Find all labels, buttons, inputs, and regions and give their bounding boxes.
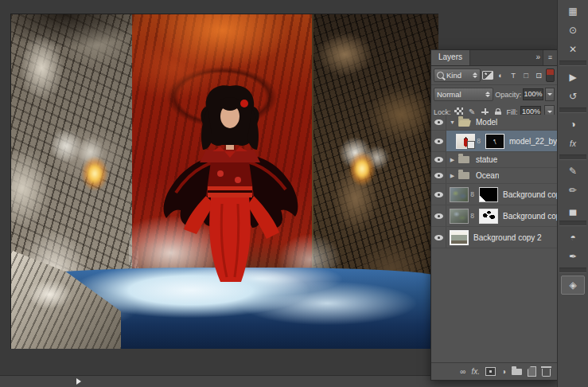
- open-folder-icon: [458, 119, 469, 126]
- mask-link-icon[interactable]: 8: [469, 190, 476, 198]
- 3d-panel-icon[interactable]: ◓: [562, 229, 584, 246]
- layer-name[interactable]: Model: [476, 118, 497, 127]
- mask-link-icon[interactable]: 8: [475, 137, 482, 145]
- layer-filtering-toggle[interactable]: [546, 68, 555, 82]
- layer-group-row-statue[interactable]: ▶ statue: [431, 152, 557, 168]
- panel-dock: ▦ ⊙ ✕ ▶ ↺ ◑ fx ✎ ✏ ▄ ◓ ✒ ◈: [557, 0, 588, 387]
- visibility-eye-icon[interactable]: [431, 205, 446, 226]
- layer-row-model-22[interactable]: 8 ↑ model_22_by...: [431, 131, 557, 152]
- tab-layers[interactable]: Layers: [431, 50, 470, 65]
- layer-mask-thumbnail[interactable]: [479, 187, 498, 202]
- layer-group-row-model[interactable]: ▼ Model: [431, 115, 557, 131]
- layers-panel-icon[interactable]: ◈: [561, 276, 585, 295]
- new-adjustment-layer-icon[interactable]: ◑: [501, 367, 506, 376]
- layer-style-fx-icon[interactable]: fx.: [471, 367, 480, 376]
- layer-mask-thumbnail[interactable]: [479, 209, 498, 224]
- filter-row: Kind ◐ T □ ⊡: [431, 66, 557, 85]
- expand-triangle-icon[interactable]: ▶: [448, 173, 457, 179]
- dock-divider: [559, 154, 586, 160]
- new-layer-icon[interactable]: [528, 366, 536, 377]
- dock-divider: [559, 108, 586, 113]
- filter-kind-dropdown[interactable]: Kind: [434, 68, 481, 82]
- filter-smart-objects-icon[interactable]: ⊡: [533, 70, 544, 81]
- visibility-eye-icon[interactable]: [431, 168, 446, 183]
- layer-row-background-copy-3[interactable]: 8 Background copy 3: [431, 184, 557, 205]
- folder-icon: [458, 156, 469, 163]
- dock-divider: [559, 268, 586, 273]
- layer-name[interactable]: model_22_by...: [509, 137, 557, 146]
- document-canvas[interactable]: [10, 14, 438, 349]
- expand-triangle-icon[interactable]: ▼: [448, 119, 457, 125]
- opacity-dropdown-arrow[interactable]: [545, 88, 555, 101]
- layers-panel-footer: ∞ fx. ◑: [431, 362, 557, 380]
- visibility-eye-icon[interactable]: [431, 184, 446, 205]
- history-panel-icon[interactable]: ↺: [562, 88, 584, 105]
- filter-shape-layers-icon[interactable]: □: [520, 70, 532, 81]
- tool-presets-panel-icon[interactable]: ✕: [562, 41, 584, 58]
- layer-name[interactable]: Ocean: [476, 171, 499, 180]
- visibility-eye-icon[interactable]: [431, 115, 446, 130]
- dock-divider: [559, 61, 586, 66]
- brush-panel-icon[interactable]: ✎: [562, 162, 584, 180]
- blend-row: Normal Opacity: 100%: [431, 85, 557, 104]
- folder-icon: [458, 172, 469, 179]
- layer-name[interactable]: Background copy 2: [473, 233, 542, 242]
- filter-type-layers-icon[interactable]: T: [508, 70, 519, 81]
- dropdown-stepper-icon: [473, 72, 477, 78]
- filter-kind-label: Kind: [446, 71, 470, 80]
- layer-thumbnail[interactable]: [450, 230, 469, 245]
- filter-adjustment-layers-icon[interactable]: ◐: [495, 70, 506, 81]
- scroll-arrow-icon[interactable]: [76, 378, 81, 385]
- blend-mode-value: Normal: [437, 90, 483, 99]
- layer-row-background-copy[interactable]: 8 Background copy: [431, 205, 557, 227]
- search-icon: [437, 72, 444, 79]
- clone-source-panel-icon[interactable]: ▄: [562, 201, 584, 218]
- layer-name[interactable]: Background copy: [503, 212, 557, 221]
- delete-layer-icon[interactable]: [542, 366, 551, 377]
- left-lantern-glow: [81, 156, 108, 191]
- blend-mode-dropdown[interactable]: Normal: [434, 88, 493, 101]
- mask-link-icon[interactable]: 8: [469, 212, 476, 220]
- brush-presets-panel-icon[interactable]: ✏: [562, 182, 584, 199]
- visibility-eye-icon[interactable]: [431, 227, 446, 248]
- extensions-panel-icon[interactable]: ▦: [562, 2, 584, 20]
- adjustments-panel-icon[interactable]: ◑: [562, 115, 584, 133]
- layer-name[interactable]: Background copy 3: [503, 190, 557, 199]
- layer-row-background-copy-2[interactable]: Background copy 2: [431, 227, 557, 248]
- styles-panel-icon[interactable]: fx: [562, 135, 584, 152]
- collapse-to-icons-button[interactable]: »: [532, 50, 543, 65]
- actions-panel-icon[interactable]: ▶: [562, 68, 584, 86]
- add-layer-mask-icon[interactable]: [485, 367, 496, 376]
- layer-thumbnail[interactable]: [456, 134, 475, 149]
- tab-bar-spacer: [470, 50, 532, 65]
- link-layers-icon[interactable]: ∞: [460, 367, 465, 376]
- expand-triangle-icon[interactable]: ▶: [448, 157, 457, 163]
- new-group-icon[interactable]: [512, 369, 522, 375]
- dropdown-stepper-icon: [485, 92, 490, 97]
- layers-list: ▼ Model 8 ↑ model_22_by... ▶ statue: [431, 115, 557, 363]
- visibility-eye-icon[interactable]: [431, 152, 446, 167]
- opacity-value[interactable]: 100%: [523, 88, 543, 100]
- rock-overhang-shadow: [11, 14, 202, 61]
- model-figure-image: [158, 76, 302, 285]
- paths-panel-icon[interactable]: ✒: [562, 248, 584, 265]
- panel-tab-bar: Layers » ≡: [431, 50, 557, 66]
- layers-panel: Layers » ≡ Kind ◐ T □ ⊡ Normal Opacity: …: [430, 49, 558, 381]
- panel-menu-icon[interactable]: ≡: [543, 50, 557, 65]
- visibility-eye-icon[interactable]: [431, 131, 446, 151]
- dock-divider: [559, 221, 586, 226]
- layer-name[interactable]: statue: [476, 155, 497, 164]
- right-lantern-glow: [349, 151, 376, 186]
- layer-group-row-ocean[interactable]: ▶ Ocean: [431, 168, 557, 184]
- layer-thumbnail[interactable]: [450, 209, 469, 224]
- opacity-label: Opacity:: [495, 91, 521, 99]
- layer-mask-thumbnail[interactable]: ↑: [485, 134, 504, 149]
- info-panel-icon[interactable]: ⊙: [562, 22, 584, 39]
- filter-pixel-layers-icon[interactable]: [482, 70, 493, 81]
- layer-thumbnail[interactable]: [450, 187, 469, 202]
